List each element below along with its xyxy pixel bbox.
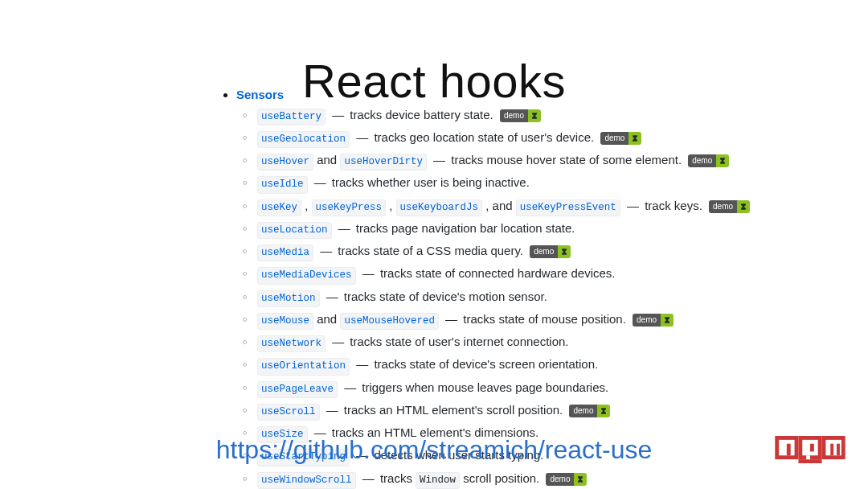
svg-rect-5: [787, 444, 791, 456]
hook-link[interactable]: useMotion: [257, 290, 320, 307]
hook-link[interactable]: useHoverDirty: [340, 154, 427, 171]
hook-link[interactable]: useHover: [257, 154, 313, 171]
separator: —: [335, 221, 354, 235]
list-item: useWindowScroll — tracks Window scroll p…: [257, 471, 800, 489]
hook-link[interactable]: useKeyPressEvent: [516, 199, 620, 216]
list-item: usePageLeave — triggers when mouse leave…: [257, 380, 800, 398]
demo-badge[interactable]: demo: [688, 154, 729, 167]
hook-link[interactable]: useKey: [257, 199, 301, 216]
separator: —: [442, 312, 461, 326]
demo-badge-icon: [628, 132, 641, 145]
svg-rect-7: [806, 455, 810, 459]
demo-badge-icon: [574, 473, 587, 486]
separator: —: [359, 471, 378, 485]
hook-link[interactable]: useBattery: [257, 109, 326, 125]
description-text: tracks state of user's internet connecti…: [350, 335, 568, 348]
description-text: tracks device battery state.: [350, 108, 493, 121]
svg-rect-11: [837, 444, 840, 456]
list-item: useMedia — tracks state of a CSS media q…: [257, 243, 800, 261]
demo-badge-label: demo: [633, 314, 661, 327]
demo-badge-icon: [558, 245, 571, 258]
hook-link[interactable]: useScroll: [257, 404, 320, 421]
demo-badge-icon: [737, 200, 750, 213]
separator: —: [359, 266, 378, 280]
hook-link[interactable]: useIdle: [257, 176, 308, 193]
separator: —: [311, 175, 330, 189]
separator: —: [317, 244, 335, 257]
slide: React hooks Sensors useBattery — tracks …: [0, 0, 868, 489]
description-text: tracks state of device's screen orientat…: [374, 357, 598, 371]
description-text: triggers when mouse leaves page boundari…: [362, 380, 608, 394]
separator: —: [353, 357, 371, 371]
description-text: tracks state of a CSS media query.: [338, 244, 523, 257]
separator: —: [323, 403, 342, 417]
hook-link[interactable]: useMouseHovered: [340, 313, 439, 330]
list-item: useScroll — tracks an HTML element's scr…: [257, 402, 800, 421]
hook-link[interactable]: useGeolocation: [257, 131, 350, 148]
demo-badge[interactable]: demo: [546, 473, 587, 486]
separator: —: [624, 199, 642, 212]
separator: —: [430, 153, 448, 166]
list-item: useMotion — tracks state of device's mot…: [257, 289, 800, 307]
list-item: useMouse and useMouseHovered — tracks st…: [257, 311, 800, 330]
inline-code: Window: [416, 472, 460, 489]
section-list: Sensors useBattery — tracks device batte…: [222, 87, 800, 489]
hook-link[interactable]: useOrientation: [257, 358, 350, 375]
list-item: useBattery — tracks device battery state…: [257, 107, 800, 125]
footer-link[interactable]: https://github.com/streamich/react-use: [0, 435, 868, 465]
demo-badge-label: demo: [500, 109, 528, 122]
description-text: scroll position.: [460, 471, 539, 485]
description-text: tracks an HTML element's scroll position…: [344, 403, 563, 417]
hook-link[interactable]: useKeyPress: [312, 199, 387, 216]
description-text: tracks state of connected hardware devic…: [380, 266, 616, 280]
demo-badge-label: demo: [600, 132, 628, 145]
separator: —: [329, 335, 347, 348]
svg-rect-10: [830, 444, 833, 456]
hook-link[interactable]: useMedia: [257, 244, 313, 261]
list-item: useHover and useHoverDirty — tracks mous…: [257, 152, 800, 171]
demo-badge-label: demo: [530, 245, 558, 258]
description-text: tracks state of mouse position.: [463, 312, 626, 326]
list-item: useNetwork — tracks state of user's inte…: [257, 334, 800, 352]
demo-badge-label: demo: [569, 405, 597, 417]
demo-badge[interactable]: demo: [709, 200, 750, 213]
connector: , and: [482, 199, 516, 212]
list-item: useGeolocation — tracks geo location sta…: [257, 129, 800, 148]
svg-rect-3: [798, 459, 821, 463]
demo-badge[interactable]: demo: [569, 405, 610, 417]
connector: and: [313, 312, 340, 326]
hook-link[interactable]: useNetwork: [257, 335, 326, 352]
hooks-list: useBattery — tracks device battery state…: [240, 107, 800, 489]
separator: —: [329, 108, 347, 121]
demo-badge-label: demo: [688, 154, 716, 167]
hook-link[interactable]: useMouse: [257, 313, 313, 330]
hook-link[interactable]: useWindowScroll: [257, 472, 356, 489]
hook-link[interactable]: usePageLeave: [257, 381, 338, 398]
separator: —: [323, 290, 342, 303]
demo-badge[interactable]: demo: [600, 132, 641, 145]
demo-badge-icon: [528, 109, 541, 122]
demo-badge[interactable]: demo: [633, 314, 674, 327]
section-item: Sensors useBattery — tracks device batte…: [236, 87, 800, 489]
hook-link[interactable]: useLocation: [257, 222, 332, 239]
demo-badge[interactable]: demo: [530, 245, 571, 258]
demo-badge-icon: [597, 405, 610, 417]
list-item: useIdle — tracks whether user is being i…: [257, 175, 800, 193]
connector: ,: [301, 199, 312, 212]
list-item: useOrientation — tracks state of device'…: [257, 356, 800, 375]
description-text: tracks state of device's motion sensor.: [344, 290, 547, 303]
list-item: useMediaDevices — tracks state of connec…: [257, 265, 800, 284]
hook-link[interactable]: useKeyboardJs: [396, 199, 483, 216]
description-text: tracks page navigation bar location stat…: [356, 221, 575, 235]
separator: —: [341, 380, 359, 394]
svg-rect-8: [810, 444, 814, 452]
list-item: useLocation — tracks page navigation bar…: [257, 220, 800, 239]
demo-badge-icon: [661, 314, 674, 327]
section-heading[interactable]: Sensors: [236, 88, 284, 101]
demo-badge[interactable]: demo: [500, 109, 541, 122]
demo-badge-label: demo: [546, 473, 574, 486]
npm-logo: [775, 436, 845, 466]
list-item: useKey , useKeyPress , useKeyboardJs , a…: [257, 198, 800, 216]
hook-link[interactable]: useMediaDevices: [257, 267, 356, 284]
separator: —: [353, 130, 371, 144]
